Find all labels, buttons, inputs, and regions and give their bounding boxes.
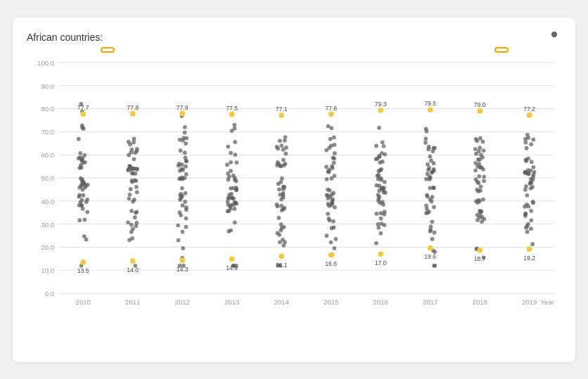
- svg-point-519: [529, 208, 533, 212]
- svg-point-171: [179, 193, 183, 198]
- svg-point-373: [376, 221, 381, 226]
- svg-point-117: [129, 209, 134, 213]
- svg-point-150: [181, 229, 185, 233]
- svg-point-315: [330, 164, 334, 168]
- svg-point-439: [431, 149, 435, 153]
- svg-point-55: [77, 136, 81, 141]
- svg-point-544: [524, 158, 528, 162]
- svg-point-187: [179, 257, 185, 263]
- svg-point-320: [326, 124, 331, 128]
- svg-point-80: [79, 200, 83, 204]
- svg-point-381: [383, 223, 387, 227]
- svg-point-421: [424, 176, 428, 181]
- svg-point-389: [382, 186, 386, 190]
- svg-text:2013: 2013: [224, 297, 239, 305]
- svg-text:Year: Year: [541, 297, 555, 305]
- svg-point-169: [177, 161, 181, 165]
- svg-point-155: [180, 167, 184, 171]
- chart-title: African countries:: [27, 32, 561, 43]
- svg-point-384: [383, 191, 388, 195]
- svg-text:2010: 2010: [76, 297, 91, 305]
- svg-point-100: [135, 190, 139, 194]
- svg-point-405: [432, 186, 436, 190]
- svg-point-492: [475, 200, 480, 205]
- svg-point-345: [374, 240, 378, 245]
- svg-point-61: [77, 193, 82, 197]
- svg-point-480: [473, 147, 478, 151]
- svg-point-496: [479, 184, 483, 188]
- svg-point-547: [523, 212, 528, 216]
- svg-point-493: [478, 165, 482, 169]
- svg-point-380: [378, 154, 382, 158]
- svg-point-433: [428, 186, 433, 190]
- svg-point-411: [426, 147, 430, 151]
- svg-point-352: [375, 212, 379, 216]
- svg-point-523: [525, 193, 530, 197]
- svg-point-527: [530, 242, 535, 246]
- svg-point-75: [83, 217, 87, 221]
- svg-point-116: [135, 147, 139, 151]
- svg-point-441: [430, 219, 435, 224]
- svg-point-489: [480, 219, 484, 224]
- svg-point-284: [283, 135, 288, 139]
- svg-text:77.9: 77.9: [177, 103, 188, 110]
- svg-point-296: [334, 237, 338, 241]
- svg-point-485: [474, 136, 478, 141]
- svg-point-151: [184, 216, 188, 220]
- svg-text:2015: 2015: [324, 297, 338, 305]
- svg-point-358: [381, 140, 385, 144]
- svg-text:2014: 2014: [274, 297, 290, 305]
- svg-point-131: [132, 166, 136, 170]
- svg-point-224: [229, 160, 233, 164]
- svg-point-177: [184, 205, 188, 209]
- svg-point-252: [279, 143, 283, 148]
- x-axis: [58, 316, 554, 330]
- svg-point-343: [328, 252, 334, 257]
- svg-point-340: [331, 155, 335, 160]
- svg-point-220: [231, 196, 236, 200]
- svg-point-533: [529, 176, 533, 181]
- svg-point-471: [476, 189, 480, 193]
- svg-point-280: [282, 224, 286, 229]
- svg-point-285: [276, 181, 281, 186]
- svg-point-135: [130, 258, 136, 264]
- svg-point-54: [85, 210, 89, 214]
- svg-point-545: [526, 135, 530, 139]
- svg-point-479: [476, 157, 480, 161]
- svg-point-121: [134, 210, 139, 214]
- svg-point-68: [80, 123, 84, 127]
- svg-text:77.7: 77.7: [77, 104, 89, 111]
- svg-text:30.0: 30.0: [41, 220, 54, 228]
- svg-text:2018: 2018: [473, 297, 487, 305]
- svg-point-112: [127, 163, 132, 167]
- svg-point-149: [184, 224, 188, 229]
- svg-point-328: [325, 193, 329, 197]
- svg-point-458: [478, 136, 482, 140]
- svg-point-339: [327, 146, 331, 150]
- svg-point-469: [481, 139, 485, 143]
- svg-point-161: [183, 130, 187, 134]
- svg-point-231: [235, 160, 239, 165]
- svg-text:2019: 2019: [522, 297, 537, 305]
- svg-point-126: [130, 178, 134, 182]
- diff-badge-right: [494, 47, 509, 53]
- svg-point-317: [326, 187, 330, 191]
- svg-point-273: [281, 243, 286, 248]
- svg-point-391: [378, 231, 383, 235]
- svg-point-333: [327, 167, 331, 172]
- svg-text:77.5: 77.5: [226, 104, 238, 111]
- svg-point-203: [233, 206, 237, 210]
- svg-point-312: [326, 212, 330, 216]
- svg-point-372: [383, 152, 387, 156]
- svg-point-175: [184, 158, 188, 162]
- svg-point-287: [276, 146, 280, 150]
- svg-point-99: [126, 220, 130, 224]
- svg-point-179: [181, 138, 185, 142]
- svg-point-499: [477, 247, 482, 252]
- chart-container: African countries: 0.010.020.030.040.050…: [13, 18, 575, 362]
- svg-point-414: [430, 199, 434, 203]
- svg-point-191: [225, 162, 229, 167]
- svg-point-542: [524, 169, 528, 174]
- svg-point-529: [525, 229, 530, 233]
- svg-text:100.0: 100.0: [37, 58, 54, 66]
